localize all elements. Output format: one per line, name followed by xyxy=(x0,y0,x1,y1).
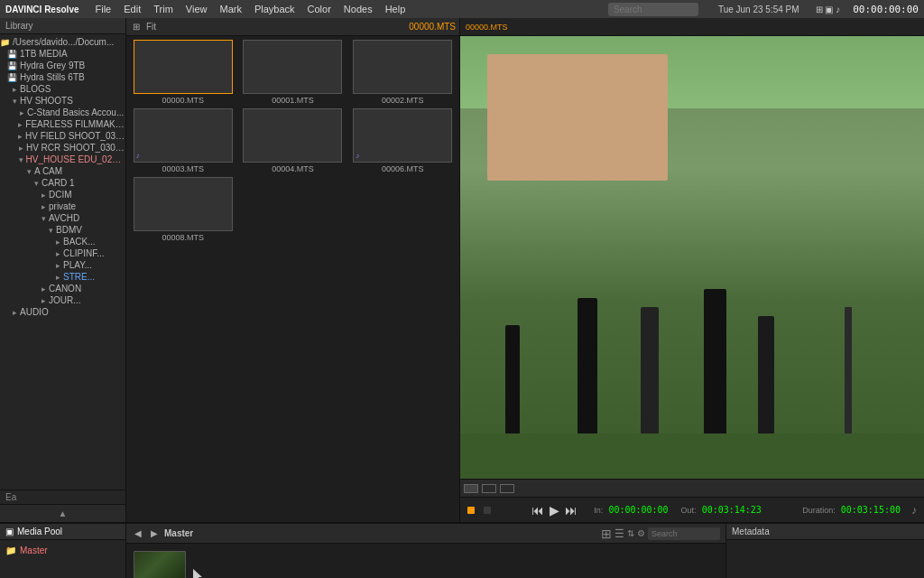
menu-file[interactable]: File xyxy=(96,4,112,14)
tripod-element xyxy=(845,307,852,434)
tree-item-bdmv[interactable]: ▾ BDMV xyxy=(0,224,125,236)
go-to-start-btn[interactable]: ⏮ xyxy=(531,503,544,517)
mp-folder-icon: 📁 xyxy=(5,545,16,555)
tree-item-1tb[interactable]: 💾 1TB MEDIA xyxy=(0,48,125,60)
settings-btn[interactable]: ⚙ xyxy=(637,528,645,538)
library-tree[interactable]: 📁 /Users/davido.../Docum... 💾 1TB MEDIA … xyxy=(0,34,125,489)
tree-label: C-Stand Basics Accou... xyxy=(27,107,124,117)
main-container: Library 📁 /Users/davido.../Docum... 💾 1T… xyxy=(0,18,924,522)
clip-thumb-2[interactable]: 00002.MTS xyxy=(349,40,456,105)
media-clip-thumb-0: ▣ xyxy=(134,551,186,578)
menu-view[interactable]: View xyxy=(186,4,208,14)
tree-label: BACK... xyxy=(63,237,96,247)
drive-icon: 💾 xyxy=(7,73,17,82)
tree-item-hydra9[interactable]: 💾 Hydra Grey 9TB xyxy=(0,60,125,71)
folder-icon: ▸ xyxy=(42,191,46,200)
clip-thumbnail-4 xyxy=(243,108,342,163)
folder-icon: ▸ xyxy=(18,120,23,129)
tree-item-hvhouse[interactable]: ▾ HV_HOUSE EDU_020715 xyxy=(0,154,125,165)
aspect-btn-1[interactable] xyxy=(464,484,478,493)
tree-item-back[interactable]: ▸ BACK... xyxy=(0,236,125,247)
mp-item-master[interactable]: 📁 Master xyxy=(5,544,120,557)
tree-item-clipinf[interactable]: ▸ CLIPINF... xyxy=(0,247,125,259)
bottom-section: ▣ Media Pool 📁 Master ◀ ▶ Master ⊞ ☰ ⇅ ⚙ xyxy=(0,522,924,578)
aspect-btn-3[interactable] xyxy=(500,484,514,493)
sort-btn[interactable]: ⇅ xyxy=(627,528,634,538)
clip-thumbnail-3: ♪ xyxy=(134,108,233,163)
grid-view-btn[interactable]: ⊞ xyxy=(130,22,143,32)
grid-view-btn-2[interactable]: ⊞ xyxy=(601,527,612,541)
list-view-btn[interactable]: ☰ xyxy=(614,527,624,540)
go-to-end-btn[interactable]: ⏭ xyxy=(565,503,578,517)
tree-item-acam[interactable]: ▾ A CAM xyxy=(0,165,125,177)
tree-label: HV RCR SHOOT_030815 xyxy=(26,143,125,153)
folder-icon: ▸ xyxy=(56,273,60,282)
nav-back-btn[interactable]: ◀ xyxy=(132,528,144,538)
menu-mark[interactable]: Mark xyxy=(219,4,241,14)
tree-item-private[interactable]: ▸ private xyxy=(0,200,125,212)
menu-color[interactable]: Color xyxy=(308,4,331,14)
menu-playback[interactable]: Playback xyxy=(254,4,295,14)
clip-thumb-4[interactable]: 00004.MTS xyxy=(240,108,346,173)
tree-item-blogs[interactable]: ▸ BLOGS xyxy=(0,83,125,95)
tree-item-dcim[interactable]: ▸ DCIM xyxy=(0,189,125,200)
clip-name-5: 00006.MTS xyxy=(382,164,424,173)
tree-item-hvshoots[interactable]: ▾ HV SHOOTS xyxy=(0,95,125,107)
menu-trim[interactable]: Trim xyxy=(153,4,173,14)
person-silhouette-1 xyxy=(505,325,520,434)
tree-label: Hydra Grey 9TB xyxy=(20,61,85,70)
clip-name-1: 00001.MTS xyxy=(272,96,314,105)
global-search-input[interactable] xyxy=(608,3,698,16)
tree-label: FEARLESS FILMMAKERS xyxy=(25,119,125,129)
timecode-out-label: Out: xyxy=(681,506,697,515)
aspect-btn-2[interactable] xyxy=(482,484,496,493)
tree-item-jour[interactable]: ▸ JOUR... xyxy=(0,294,125,306)
clip-name-2: 00002.MTS xyxy=(382,96,424,105)
clip-thumbnail-0 xyxy=(134,40,233,94)
tree-label: A CAM xyxy=(34,166,62,176)
tree-item-canon[interactable]: ▸ CANON xyxy=(0,283,125,294)
tree-item-avchd[interactable]: ▾ AVCHD xyxy=(0,212,125,224)
tree-item-cstand[interactable]: ▸ C-Stand Basics Accou... xyxy=(0,107,125,118)
panel-bottom-text: Ea xyxy=(0,489,125,504)
media-clip-0[interactable]: ▣ 00000.MTS xyxy=(134,551,186,578)
menu-nodes[interactable]: Nodes xyxy=(344,4,373,14)
bottom-content-toolbar: ◀ ▶ Master ⊞ ☰ ⇅ ⚙ xyxy=(126,524,725,544)
mp-item-label: Master xyxy=(20,545,48,555)
media-pool-title: Media Pool xyxy=(17,527,62,536)
clip-thumb-3[interactable]: ♪ 00003.MTS xyxy=(130,108,236,173)
panel-expand-btn[interactable]: ▲ xyxy=(0,504,125,522)
library-header: Library xyxy=(0,18,125,34)
clip-thumb-5[interactable]: ♪ 00006.MTS xyxy=(349,108,456,173)
menu-edit[interactable]: Edit xyxy=(124,4,141,14)
tree-item-play[interactable]: ▸ PLAY... xyxy=(0,259,125,271)
tree-item-hvrcr[interactable]: ▸ HV RCR SHOOT_030815 xyxy=(0,142,125,154)
audio-icon-5: ♪ xyxy=(356,152,359,160)
nav-forward-btn[interactable]: ▶ xyxy=(148,528,161,538)
clip-thumb-6[interactable]: 00008.MTS xyxy=(130,177,236,242)
metadata-panel: Metadata ? Nothing to Inspect xyxy=(725,524,924,578)
tree-label: HV SHOOTS xyxy=(20,96,73,106)
bottom-search-input[interactable] xyxy=(648,527,720,540)
tree-item-fearless[interactable]: ▸ FEARLESS FILMMAKERS xyxy=(0,118,125,130)
audio-icon: ♪ xyxy=(136,152,140,160)
bottom-content-area: ◀ ▶ Master ⊞ ☰ ⇅ ⚙ ▣ 00000.MTS xyxy=(126,524,725,578)
play-button[interactable]: ▶ xyxy=(550,503,559,517)
folder-icon: ▸ xyxy=(42,284,46,294)
tree-item-audio[interactable]: ▸ AUDIO xyxy=(0,306,125,318)
tree-item-stre[interactable]: ▸ STRE... xyxy=(0,271,125,283)
tree-label: BLOGS xyxy=(20,84,51,94)
clip-thumb-1[interactable]: 00001.MTS xyxy=(240,40,346,105)
clip-thumb-0[interactable]: 00000.MTS xyxy=(130,40,236,105)
tree-item-hydra6[interactable]: 💾 Hydra Stills 6TB xyxy=(0,71,125,83)
tree-item-root[interactable]: 📁 /Users/davido.../Docum... xyxy=(0,36,125,48)
audio-control-btn[interactable]: ♪ xyxy=(911,504,917,517)
clip-name-0: 00000.MTS xyxy=(162,96,205,105)
tree-item-card1[interactable]: ▾ CARD 1 xyxy=(0,177,125,189)
tree-label: JOUR... xyxy=(49,295,81,305)
tree-item-hvfield[interactable]: ▸ HV FIELD SHOOT_030715 xyxy=(0,130,125,142)
folder-icon: 📁 xyxy=(0,38,10,47)
menu-help[interactable]: Help xyxy=(385,4,406,14)
clip-name-6: 00008.MTS xyxy=(162,233,205,242)
tree-label: PLAY... xyxy=(63,260,92,270)
